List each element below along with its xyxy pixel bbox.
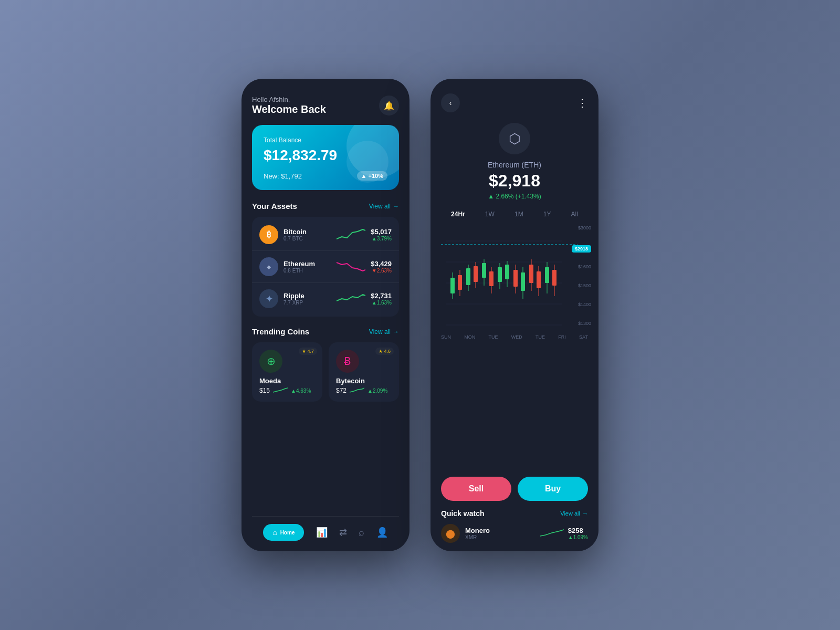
monero-value: $258 ▲1.09% [568,527,588,540]
moeda-name: Moeda [259,377,315,385]
assets-view-all[interactable]: View all → [369,203,399,210]
candlestick-chart [441,225,588,330]
tab-1w[interactable]: 1W [481,208,499,220]
sell-button[interactable]: Sell [441,477,511,501]
eth-icon-wrapper: ⬡ [499,123,530,154]
back-button[interactable]: ‹ [441,93,460,112]
tab-all[interactable]: All [567,208,582,220]
chart-icon: 📊 [316,527,328,538]
bitcoin-info: Bitcoin 0.7 BTC [284,228,331,242]
monero-sub: XMR [465,534,540,540]
trend-card-bytecoin[interactable]: ★ 4.6 Ƀ Bytecoin $72 ▲2.09% [329,342,399,402]
svg-rect-33 [552,270,556,286]
assets-list: ₿ Bitcoin 0.7 BTC $5,017 ▲3.79% ⬥ Ethere… [252,217,399,317]
svg-rect-11 [466,268,470,285]
trend-card-moeda[interactable]: ★ 4.7 ⊕ Moeda $15 ▲4.63% [252,342,322,402]
price-1400: $1400 [578,302,591,307]
x-label-tue: TUE [489,334,498,340]
bitcoin-sparkline [337,227,365,242]
ripple-info: Ripple 7.7 XRP [284,292,331,306]
monero-name: Monero [465,527,540,534]
asset-row-ethereum[interactable]: ⬥ Ethereum 0.8 ETH $3,429 ▼2.63% [252,251,399,283]
bytecoin-change: ▲2.09% [368,388,387,394]
svg-rect-29 [537,271,541,288]
balance-label: Total Balance [264,136,387,144]
search-icon: ⌕ [359,527,364,538]
quick-watch: Quick watch View all → ⬤ Monero XMR $258… [430,509,598,551]
bytecoin-name: Bytecoin [336,377,392,385]
greeting-text: Hello Afshin, [252,96,326,103]
bytecoin-price-row: $72 ▲2.09% [336,387,392,394]
nav-swap[interactable]: ⇄ [339,527,347,538]
bytecoin-price: $72 [336,387,346,394]
svg-rect-23 [513,270,518,287]
svg-rect-7 [450,278,455,293]
asset-row-ripple[interactable]: ✦ Ripple 7.7 XRP $2,731 ▲1.63% [252,283,399,314]
quick-watch-header: Quick watch View all → [441,509,588,518]
trending-header: Trending Coins View all → [252,327,399,336]
moeda-icon: ⊕ [259,350,282,373]
moeda-change: ▲4.63% [291,388,311,394]
price-1300: $1300 [578,321,591,326]
more-button[interactable]: ⋮ [577,97,588,109]
monero-row[interactable]: ⬤ Monero XMR $258 ▲1.09% [441,524,588,543]
bottom-nav: ⌂ Home 📊 ⇄ ⌕ 👤 [252,516,399,551]
svg-rect-25 [521,272,525,291]
price-1500: $1500 [578,283,591,288]
price-1600: $1600 [578,264,591,269]
x-label-tue2: TUE [536,334,545,340]
ripple-icon: ✦ [259,289,278,308]
nav-chart[interactable]: 📊 [316,527,328,538]
ripple-value: $2,731 ▲1.63% [371,292,392,306]
chart-x-labels: SUN MON TUE WED TUE FRI SAT [441,332,588,340]
price-3000: $3000 [578,225,591,230]
monero-change: ▲1.09% [568,534,588,540]
assets-title: Your Assets [252,202,297,211]
x-label-fri: FRI [558,334,566,340]
action-buttons: Sell Buy [430,468,598,509]
ethereum-value: $3,429 ▼2.63% [371,260,392,274]
assets-section-header: Your Assets View all → [252,202,399,211]
tab-1y[interactable]: 1Y [539,208,555,220]
home-label: Home [280,530,295,536]
bytecoin-rating: ★ 4.6 [375,348,394,355]
notification-button[interactable]: 🔔 [379,96,399,116]
trending-view-all[interactable]: View all → [369,328,399,335]
profile-icon: 👤 [376,527,388,538]
tab-1m[interactable]: 1M [510,208,528,220]
quick-watch-title: Quick watch [441,509,484,518]
change-badge: ▲ +10% [357,171,387,181]
svg-rect-15 [482,263,486,278]
coin-price: $2,918 [489,171,540,191]
nav-home[interactable]: ⌂ Home [263,524,304,541]
x-label-sun: SUN [441,334,451,340]
tab-24hr[interactable]: 24Hr [447,208,469,220]
ethereum-sparkline [337,259,365,274]
monero-sparkline [540,528,564,539]
monero-icon: ⬤ [441,524,460,543]
nav-profile[interactable]: 👤 [376,527,388,538]
svg-rect-9 [458,275,462,290]
x-label-mon: MON [464,334,475,340]
svg-rect-27 [529,265,533,283]
trending-section: Trending Coins View all → ★ 4.7 ⊕ Moeda … [252,327,399,402]
quick-watch-view-all[interactable]: View all → [560,510,588,517]
svg-rect-13 [474,266,478,282]
chart-area: $3000 $2918 $1600 $1500 $1400 $1300 [430,225,598,468]
svg-rect-31 [545,267,549,283]
bytecoin-icon: Ƀ [336,350,359,373]
moeda-rating: ★ 4.7 [299,348,317,355]
home-icon: ⌂ [272,528,277,537]
time-tabs: 24Hr 1W 1M 1Y All [430,208,598,220]
coin-hero: ⬡ Ethereum (ETH) $2,918 ▲ 2.66% (+1.43%) [430,123,598,200]
welcome-text: Welcome Back [252,103,326,116]
x-label-sat: SAT [579,334,588,340]
right-phone: ‹ ⋮ ⬡ Ethereum (ETH) $2,918 ▲ 2.66% (+1.… [430,79,598,551]
svg-rect-17 [489,271,494,286]
bitcoin-value: $5,017 ▲3.79% [371,228,392,242]
asset-row-bitcoin[interactable]: ₿ Bitcoin 0.7 BTC $5,017 ▲3.79% [252,219,399,251]
nav-search[interactable]: ⌕ [359,527,364,538]
swap-icon: ⇄ [339,527,347,538]
monero-price: $258 [568,527,588,534]
buy-button[interactable]: Buy [518,477,588,501]
